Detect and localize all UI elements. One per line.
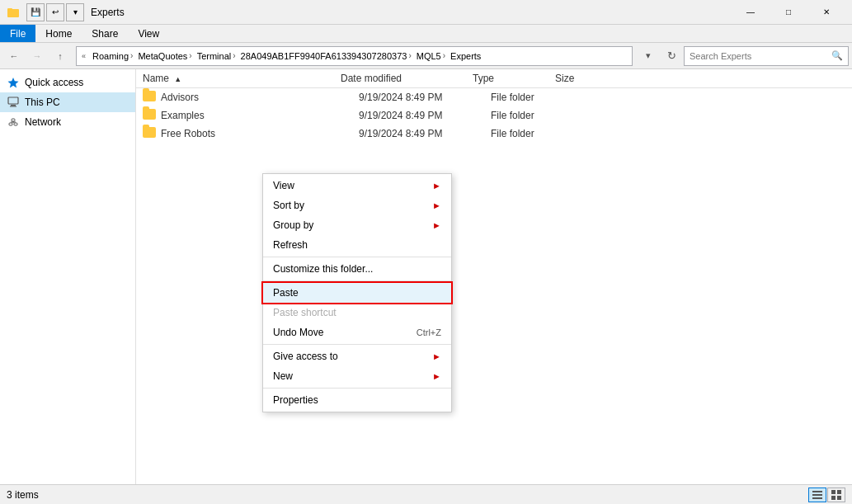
ctx-undo-move[interactable]: Undo Move Ctrl+Z: [263, 323, 451, 342]
ctx-give-access-arrow: ►: [432, 351, 441, 361]
ctx-view-label: View: [273, 180, 294, 191]
file-name-examples: Examples: [161, 110, 359, 121]
breadcrumb-mql5[interactable]: MQL5›: [417, 51, 447, 61]
address-dropdown-button[interactable]: ▾: [638, 45, 659, 67]
ribbon-tab-home[interactable]: Home: [35, 25, 82, 42]
item-count: 3 items: [7, 489, 39, 501]
ctx-view[interactable]: View ►: [263, 176, 451, 195]
file-list-header: Name ▲ Date modified Type Size: [136, 69, 852, 88]
ctx-give-access[interactable]: Give access to ►: [263, 346, 451, 366]
qs-save-btn[interactable]: 💾: [26, 3, 45, 21]
sidebar-item-quick-access[interactable]: Quick access: [0, 73, 135, 92]
ctx-group-by[interactable]: Group by ►: [263, 215, 451, 235]
sidebar-label-network: Network: [25, 116, 61, 128]
file-date-freerobots: 9/19/2024 8:49 PM: [359, 128, 491, 139]
ctx-view-arrow: ►: [432, 181, 441, 191]
file-area: Name ▲ Date modified Type Size Advisors …: [136, 69, 852, 484]
ctx-new[interactable]: New ►: [263, 366, 451, 386]
column-date[interactable]: Date modified: [341, 73, 473, 84]
breadcrumb-roaming[interactable]: Roaming›: [92, 51, 134, 61]
column-size[interactable]: Size: [555, 73, 621, 84]
folder-icon: [143, 127, 156, 140]
window-controls: — □ ✕: [732, 0, 845, 25]
breadcrumb-terminal[interactable]: Terminal›: [197, 51, 238, 61]
search-box[interactable]: 🔍: [684, 46, 849, 66]
file-type-freerobots: File folder: [491, 128, 573, 139]
ctx-paste[interactable]: Paste: [263, 283, 451, 303]
ctx-new-arrow: ►: [432, 371, 441, 381]
back-button[interactable]: ←: [3, 45, 25, 67]
network-icon: [7, 115, 20, 129]
search-icon: 🔍: [831, 50, 843, 61]
sidebar-item-this-pc[interactable]: This PC: [0, 92, 135, 112]
svg-rect-8: [12, 119, 15, 121]
ctx-separator-1: [263, 257, 451, 257]
close-button[interactable]: ✕: [807, 0, 845, 25]
ctx-paste-shortcut-label: Paste shortcut: [273, 307, 337, 318]
qs-undo-btn[interactable]: ↩: [46, 3, 64, 21]
ctx-sort-by-arrow: ►: [432, 200, 441, 210]
svg-rect-5: [10, 106, 16, 107]
svg-rect-3: [8, 97, 18, 104]
qs-dropdown-btn[interactable]: ▾: [66, 3, 84, 21]
context-menu: View ► Sort by ► Group by ► Refresh Cust…: [262, 173, 452, 412]
file-date-examples: 9/19/2024 8:49 PM: [359, 110, 491, 121]
ctx-paste-label: Paste: [273, 287, 299, 299]
table-row[interactable]: Free Robots 9/19/2024 8:49 PM File folde…: [136, 125, 852, 143]
status-bar: 3 items: [0, 484, 852, 504]
breadcrumb-experts[interactable]: Experts: [450, 51, 481, 61]
breadcrumb-metaquotes[interactable]: MetaQuotes›: [138, 51, 193, 61]
ctx-sort-by[interactable]: Sort by ►: [263, 195, 451, 215]
window-title: Experts: [91, 7, 732, 18]
view-large-button[interactable]: [827, 488, 845, 502]
ctx-group-by-arrow: ►: [432, 220, 441, 230]
file-type-examples: File folder: [491, 110, 573, 121]
sidebar-label-this-pc: This PC: [25, 97, 60, 108]
ctx-group-by-label: Group by: [273, 219, 313, 231]
ctx-separator-2: [263, 280, 451, 281]
ctx-sort-by-label: Sort by: [273, 200, 304, 211]
ctx-refresh[interactable]: Refresh: [263, 235, 451, 255]
ctx-undo-move-shortcut: Ctrl+Z: [417, 327, 441, 337]
ctx-new-label: New: [273, 370, 293, 382]
sidebar-label-quick-access: Quick access: [25, 77, 83, 88]
ctx-customize[interactable]: Customize this folder...: [263, 259, 451, 279]
column-name[interactable]: Name ▲: [143, 73, 341, 84]
ribbon-tab-share[interactable]: Share: [82, 25, 128, 42]
sidebar: Quick access This PC: [0, 69, 136, 484]
sidebar-item-network[interactable]: Network: [0, 112, 135, 132]
breadcrumb-hash[interactable]: 28A049AB1FF9940FA613394307280373›: [241, 51, 413, 61]
ctx-properties[interactable]: Properties: [263, 390, 451, 410]
navigation-bar: ← → ↑ « Roaming› MetaQuotes› Terminal› 2…: [0, 43, 852, 69]
table-row[interactable]: Advisors 9/19/2024 8:49 PM File folder: [136, 88, 852, 106]
svg-rect-18: [837, 496, 841, 500]
ctx-paste-shortcut: Paste shortcut: [263, 303, 451, 323]
star-icon: [7, 76, 20, 89]
refresh-button[interactable]: ↻: [661, 46, 682, 66]
forward-button[interactable]: →: [26, 45, 48, 67]
svg-rect-6: [9, 123, 12, 125]
svg-rect-14: [812, 497, 822, 499]
ctx-give-access-label: Give access to: [273, 351, 338, 362]
column-type[interactable]: Type: [473, 73, 555, 84]
svg-rect-15: [831, 490, 836, 494]
up-button[interactable]: ↑: [49, 45, 71, 67]
svg-rect-1: [7, 8, 12, 11]
ctx-properties-label: Properties: [273, 394, 318, 406]
search-input[interactable]: [690, 51, 828, 61]
ribbon-tab-file[interactable]: File: [0, 25, 35, 42]
svg-rect-4: [11, 105, 16, 106]
view-details-button[interactable]: [808, 488, 826, 502]
file-name-freerobots: Free Robots: [161, 128, 359, 139]
svg-rect-17: [831, 496, 836, 500]
maximize-button[interactable]: □: [770, 0, 807, 25]
table-row[interactable]: Examples 9/19/2024 8:49 PM File folder: [136, 106, 852, 125]
ctx-separator-3: [263, 344, 451, 345]
minimize-button[interactable]: —: [732, 0, 770, 25]
svg-rect-12: [812, 491, 822, 492]
address-chevron: «: [82, 52, 86, 60]
svg-rect-13: [812, 494, 822, 496]
file-name-advisors: Advisors: [161, 92, 359, 103]
address-bar[interactable]: « Roaming› MetaQuotes› Terminal› 28A049A…: [76, 46, 633, 66]
ribbon-tab-view[interactable]: View: [128, 25, 169, 42]
